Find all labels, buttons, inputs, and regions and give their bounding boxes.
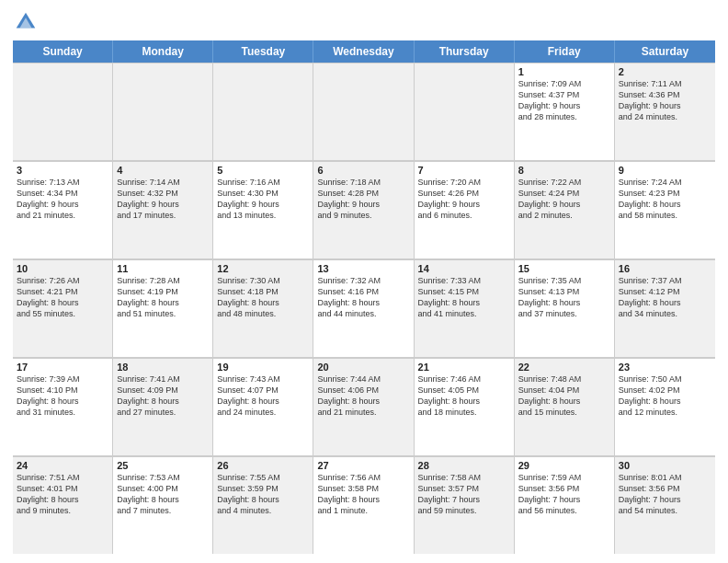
day-info: Sunrise: 7:32 AM Sunset: 4:16 PM Dayligh… xyxy=(317,275,409,320)
calendar-cell: 2Sunrise: 7:11 AM Sunset: 4:36 PM Daylig… xyxy=(615,63,715,160)
logo xyxy=(13,9,42,35)
calendar-cell: 24Sunrise: 7:51 AM Sunset: 4:01 PM Dayli… xyxy=(13,456,113,554)
day-number: 9 xyxy=(619,165,711,176)
day-number: 26 xyxy=(217,460,309,471)
day-number: 29 xyxy=(518,460,610,471)
day-number: 25 xyxy=(117,460,209,471)
calendar-cell: 18Sunrise: 7:41 AM Sunset: 4:09 PM Dayli… xyxy=(113,358,213,455)
day-info: Sunrise: 7:14 AM Sunset: 4:32 PM Dayligh… xyxy=(117,177,209,222)
calendar-cell: 9Sunrise: 7:24 AM Sunset: 4:23 PM Daylig… xyxy=(615,161,715,259)
calendar-row-3: 17Sunrise: 7:39 AM Sunset: 4:10 PM Dayli… xyxy=(13,358,715,456)
day-info: Sunrise: 7:09 AM Sunset: 4:37 PM Dayligh… xyxy=(518,78,610,123)
day-number: 18 xyxy=(117,362,209,373)
day-info: Sunrise: 7:39 AM Sunset: 4:10 PM Dayligh… xyxy=(17,373,108,419)
day-number: 13 xyxy=(317,263,409,274)
day-number: 28 xyxy=(418,460,510,471)
calendar-cell: 7Sunrise: 7:20 AM Sunset: 4:26 PM Daylig… xyxy=(415,161,515,259)
day-number: 27 xyxy=(317,460,409,471)
day-number: 5 xyxy=(217,165,309,176)
calendar-cell: 28Sunrise: 7:58 AM Sunset: 3:57 PM Dayli… xyxy=(415,456,515,554)
day-info: Sunrise: 7:53 AM Sunset: 4:00 PM Dayligh… xyxy=(117,472,209,517)
day-info: Sunrise: 7:18 AM Sunset: 4:28 PM Dayligh… xyxy=(317,177,409,222)
calendar-cell: 22Sunrise: 7:48 AM Sunset: 4:04 PM Dayli… xyxy=(515,358,615,455)
day-info: Sunrise: 7:13 AM Sunset: 4:34 PM Dayligh… xyxy=(17,177,108,222)
logo-icon xyxy=(13,9,39,35)
day-info: Sunrise: 7:43 AM Sunset: 4:07 PM Dayligh… xyxy=(217,373,309,419)
day-number: 8 xyxy=(518,165,610,176)
calendar-cell: 12Sunrise: 7:30 AM Sunset: 4:18 PM Dayli… xyxy=(213,259,313,357)
day-info: Sunrise: 7:35 AM Sunset: 4:13 PM Dayligh… xyxy=(518,275,610,320)
day-number: 2 xyxy=(619,66,711,77)
calendar-cell xyxy=(415,63,515,160)
day-info: Sunrise: 7:30 AM Sunset: 4:18 PM Dayligh… xyxy=(217,275,309,320)
calendar-cell: 1Sunrise: 7:09 AM Sunset: 4:37 PM Daylig… xyxy=(515,63,615,160)
day-number: 4 xyxy=(117,165,209,176)
day-number: 10 xyxy=(17,263,108,274)
calendar-cell: 19Sunrise: 7:43 AM Sunset: 4:07 PM Dayli… xyxy=(213,358,313,455)
calendar-cell: 10Sunrise: 7:26 AM Sunset: 4:21 PM Dayli… xyxy=(13,259,113,357)
day-number: 30 xyxy=(619,460,711,471)
calendar-row-4: 24Sunrise: 7:51 AM Sunset: 4:01 PM Dayli… xyxy=(13,456,715,554)
calendar-cell: 26Sunrise: 7:55 AM Sunset: 3:59 PM Dayli… xyxy=(213,456,313,554)
calendar-header: SundayMondayTuesdayWednesdayThursdayFrid… xyxy=(13,40,715,63)
day-number: 14 xyxy=(418,263,510,274)
day-info: Sunrise: 7:41 AM Sunset: 4:09 PM Dayligh… xyxy=(117,373,209,419)
header-day-sunday: Sunday xyxy=(13,40,113,63)
header-day-wednesday: Wednesday xyxy=(313,40,414,63)
header-day-tuesday: Tuesday xyxy=(213,40,313,63)
header xyxy=(13,9,715,35)
day-info: Sunrise: 7:26 AM Sunset: 4:21 PM Dayligh… xyxy=(17,275,108,320)
day-number: 20 xyxy=(317,362,409,373)
day-info: Sunrise: 7:46 AM Sunset: 4:05 PM Dayligh… xyxy=(418,373,510,419)
calendar-row-1: 3Sunrise: 7:13 AM Sunset: 4:34 PM Daylig… xyxy=(13,161,715,259)
day-number: 16 xyxy=(619,263,711,274)
day-number: 7 xyxy=(418,165,510,176)
day-info: Sunrise: 7:37 AM Sunset: 4:12 PM Dayligh… xyxy=(619,275,711,320)
calendar-cell: 13Sunrise: 7:32 AM Sunset: 4:16 PM Dayli… xyxy=(313,259,414,357)
day-number: 12 xyxy=(217,263,309,274)
calendar-cell xyxy=(113,63,213,160)
day-info: Sunrise: 7:11 AM Sunset: 4:36 PM Dayligh… xyxy=(619,78,711,123)
header-day-friday: Friday xyxy=(515,40,615,63)
calendar-cell: 11Sunrise: 7:28 AM Sunset: 4:19 PM Dayli… xyxy=(113,259,213,357)
calendar-cell: 23Sunrise: 7:50 AM Sunset: 4:02 PM Dayli… xyxy=(615,358,715,455)
day-info: Sunrise: 7:28 AM Sunset: 4:19 PM Dayligh… xyxy=(117,275,209,320)
calendar-cell: 30Sunrise: 8:01 AM Sunset: 3:56 PM Dayli… xyxy=(615,456,715,554)
day-info: Sunrise: 7:48 AM Sunset: 4:04 PM Dayligh… xyxy=(518,373,610,419)
calendar-cell: 25Sunrise: 7:53 AM Sunset: 4:00 PM Dayli… xyxy=(113,456,213,554)
day-info: Sunrise: 7:33 AM Sunset: 4:15 PM Dayligh… xyxy=(418,275,510,320)
day-info: Sunrise: 7:22 AM Sunset: 4:24 PM Dayligh… xyxy=(518,177,610,222)
calendar-cell xyxy=(213,63,313,160)
header-day-saturday: Saturday xyxy=(615,40,715,63)
day-number: 23 xyxy=(619,362,711,373)
calendar: SundayMondayTuesdayWednesdayThursdayFrid… xyxy=(13,40,715,554)
calendar-cell: 8Sunrise: 7:22 AM Sunset: 4:24 PM Daylig… xyxy=(515,161,615,259)
calendar-cell xyxy=(13,63,113,160)
day-info: Sunrise: 7:56 AM Sunset: 3:58 PM Dayligh… xyxy=(317,472,409,517)
day-number: 6 xyxy=(317,165,409,176)
day-number: 3 xyxy=(17,165,108,176)
header-day-monday: Monday xyxy=(113,40,213,63)
calendar-cell: 17Sunrise: 7:39 AM Sunset: 4:10 PM Dayli… xyxy=(13,358,113,455)
day-number: 15 xyxy=(518,263,610,274)
day-number: 1 xyxy=(518,66,610,77)
header-day-thursday: Thursday xyxy=(415,40,515,63)
calendar-cell: 6Sunrise: 7:18 AM Sunset: 4:28 PM Daylig… xyxy=(313,161,414,259)
calendar-cell: 29Sunrise: 7:59 AM Sunset: 3:56 PM Dayli… xyxy=(515,456,615,554)
day-info: Sunrise: 7:50 AM Sunset: 4:02 PM Dayligh… xyxy=(619,373,711,419)
day-info: Sunrise: 7:20 AM Sunset: 4:26 PM Dayligh… xyxy=(418,177,510,222)
day-number: 17 xyxy=(17,362,108,373)
day-number: 19 xyxy=(217,362,309,373)
calendar-cell: 15Sunrise: 7:35 AM Sunset: 4:13 PM Dayli… xyxy=(515,259,615,357)
day-number: 24 xyxy=(17,460,108,471)
calendar-cell: 27Sunrise: 7:56 AM Sunset: 3:58 PM Dayli… xyxy=(313,456,414,554)
calendar-cell: 3Sunrise: 7:13 AM Sunset: 4:34 PM Daylig… xyxy=(13,161,113,259)
day-info: Sunrise: 7:24 AM Sunset: 4:23 PM Dayligh… xyxy=(619,177,711,222)
calendar-cell: 14Sunrise: 7:33 AM Sunset: 4:15 PM Dayli… xyxy=(415,259,515,357)
calendar-body: 1Sunrise: 7:09 AM Sunset: 4:37 PM Daylig… xyxy=(13,63,715,554)
calendar-cell xyxy=(313,63,414,160)
calendar-row-2: 10Sunrise: 7:26 AM Sunset: 4:21 PM Dayli… xyxy=(13,259,715,358)
calendar-cell: 21Sunrise: 7:46 AM Sunset: 4:05 PM Dayli… xyxy=(415,358,515,455)
day-number: 22 xyxy=(518,362,610,373)
day-info: Sunrise: 7:16 AM Sunset: 4:30 PM Dayligh… xyxy=(217,177,309,222)
